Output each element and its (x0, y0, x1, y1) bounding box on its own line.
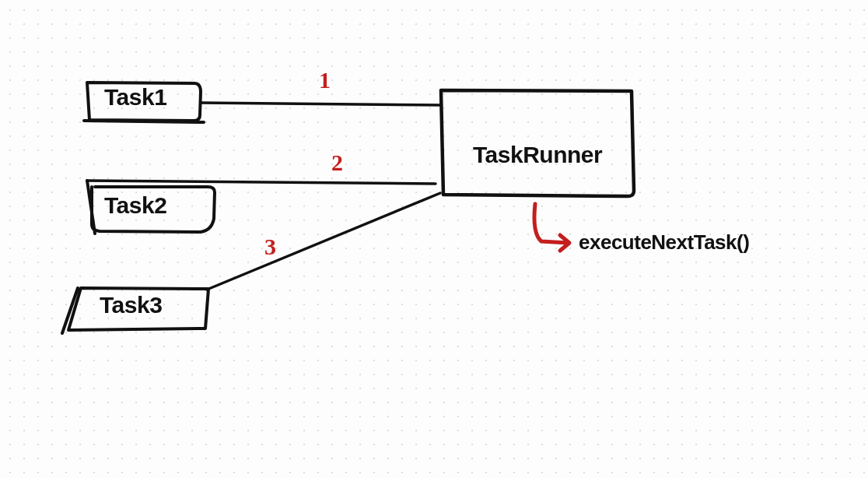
order-annotation-2: 2 (331, 149, 343, 176)
task2-label: Task2 (104, 192, 166, 219)
order-annotation-3: 3 (264, 234, 276, 260)
task3-label: Task3 (100, 292, 162, 318)
method-label: executeNextTask() (579, 230, 749, 255)
taskrunner-label: TaskRunner (473, 142, 602, 168)
order-annotation-1: 1 (319, 67, 331, 93)
diagram-canvas: Task1 Task2 Task3 TaskRunner executeNext… (0, 0, 868, 478)
task1-label: Task1 (104, 84, 166, 111)
